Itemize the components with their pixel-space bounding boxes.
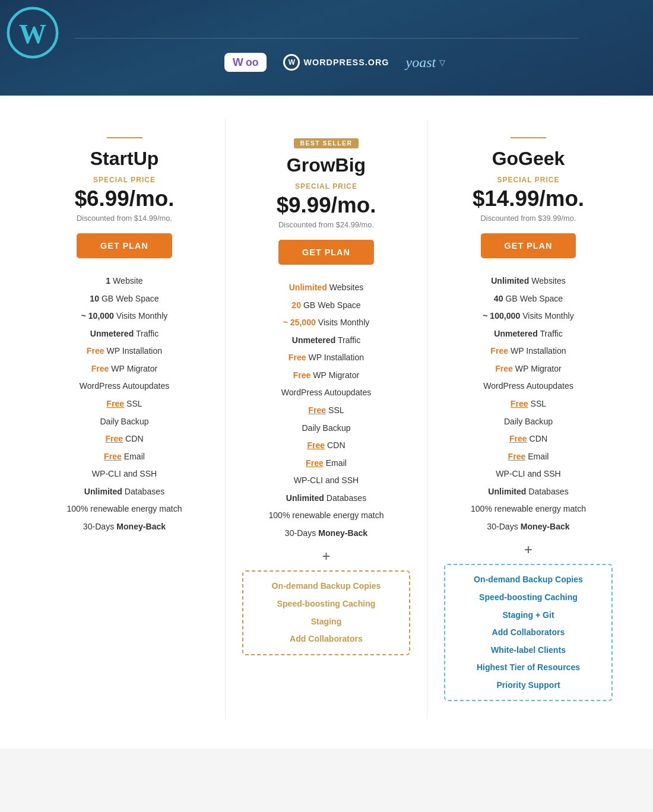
- plan-name-growbig: GrowBig: [242, 154, 410, 176]
- svg-text:W: W: [19, 19, 47, 49]
- feature-item-growbig-3: Unmetered Traffic: [242, 332, 410, 350]
- woo-partner: W oo: [224, 53, 267, 72]
- best-seller-badge-growbig: BEST SELLER: [294, 138, 358, 148]
- wp-partner-icon: W: [283, 54, 300, 71]
- feature-item-gogeek-4: Free WP Installation: [444, 342, 613, 360]
- plan-discount-startup: Discounted from $14.99/mo.: [40, 214, 208, 223]
- extras-box-growbig: On-demand Backup CopiesSpeed-boosting Ca…: [242, 570, 410, 655]
- yoast-partner: yoast ▽: [406, 55, 446, 71]
- yoast-triangle-icon: ▽: [439, 58, 445, 67]
- feature-item-growbig-13: 100% renewable energy match: [242, 507, 410, 525]
- special-price-label-growbig: SPECIAL PRICE: [242, 182, 410, 191]
- extra-item-gogeek-2: Staging + Git: [454, 607, 603, 624]
- extra-item-growbig-3: Add Collaborators: [252, 630, 401, 648]
- feature-list-startup: 1 Website10 GB Web Space~ 10,000 Visits …: [40, 272, 208, 535]
- plan-price-startup: $6.99/mo.: [40, 186, 208, 211]
- extra-item-growbig-2: Staging: [252, 613, 401, 631]
- feature-item-startup-14: 30-Days Money-Back: [40, 518, 208, 536]
- special-price-label-startup: SPECIAL PRICE: [40, 176, 208, 184]
- feature-item-gogeek-6: WordPress Autoupdates: [444, 378, 613, 395]
- plan-name-startup: StartUp: [40, 148, 208, 170]
- feature-item-growbig-6: WordPress Autoupdates: [242, 384, 410, 402]
- extra-item-gogeek-5: Highest Tier of Resources: [454, 659, 603, 677]
- get-plan-button-startup[interactable]: GET PLAN: [77, 233, 172, 258]
- plan-top-line-startup: [107, 137, 142, 138]
- extra-item-growbig-1: Speed-boosting Caching: [252, 595, 401, 613]
- feature-item-growbig-5: Free WP Migrator: [242, 367, 410, 385]
- header-divider: [75, 38, 578, 39]
- feature-item-startup-9: Free CDN: [40, 430, 208, 448]
- feature-item-gogeek-5: Free WP Migrator: [444, 360, 613, 378]
- feature-item-growbig-4: Free WP Installation: [242, 349, 410, 367]
- feature-item-growbig-14: 30-Days Money-Back: [242, 525, 410, 543]
- feature-item-gogeek-14: 30-Days Money-Back: [444, 518, 613, 536]
- extra-item-gogeek-4: White-label Clients: [454, 642, 603, 659]
- feature-item-startup-4: Free WP Installation: [40, 342, 208, 360]
- recommended-row: W oo W WORDPRESS.ORG yoast ▽: [208, 53, 445, 72]
- plan-price-gogeek: $14.99/mo.: [444, 186, 613, 211]
- feature-item-startup-5: Free WP Migrator: [40, 360, 208, 378]
- feature-item-growbig-2: ~ 25,000 Visits Monthly: [242, 314, 410, 332]
- feature-item-startup-10: Free Email: [40, 448, 208, 466]
- plan-col-gogeek: GoGeekSPECIAL PRICE$14.99/mo.Discounted …: [427, 119, 629, 719]
- feature-item-startup-7: Free SSL: [40, 395, 208, 413]
- yoast-logo: yoast: [406, 55, 436, 71]
- extra-item-gogeek-6: Priority Support: [454, 677, 603, 694]
- feature-item-startup-6: WordPress Autoupdates: [40, 378, 208, 395]
- feature-item-gogeek-12: Unlimited Databases: [444, 483, 613, 501]
- pricing-section: StartUpSPECIAL PRICE$6.99/mo.Discounted …: [0, 96, 653, 748]
- feature-item-growbig-12: Unlimited Databases: [242, 490, 410, 508]
- feature-item-gogeek-3: Unmetered Traffic: [444, 325, 613, 343]
- feature-list-gogeek: Unlimited Websites40 GB Web Space~ 100,0…: [444, 272, 613, 535]
- feature-item-startup-8: Daily Backup: [40, 413, 208, 431]
- plan-price-growbig: $9.99/mo.: [242, 193, 410, 218]
- feature-item-growbig-10: Free Email: [242, 455, 410, 472]
- feature-item-gogeek-8: Daily Backup: [444, 413, 613, 431]
- extra-item-growbig-0: On-demand Backup Copies: [252, 578, 401, 595]
- page-header: W W oo W WORDPRESS.ORG yoast ▽: [0, 0, 653, 96]
- get-plan-button-gogeek[interactable]: GET PLAN: [481, 233, 576, 258]
- feature-item-startup-12: Unlimited Databases: [40, 483, 208, 501]
- extra-item-gogeek-1: Speed-boosting Caching: [454, 589, 603, 607]
- plus-separator-growbig: +: [242, 548, 410, 564]
- feature-item-growbig-8: Daily Backup: [242, 420, 410, 437]
- wp-logo-icon: W: [6, 6, 59, 59]
- feature-item-startup-0: 1 Website: [40, 272, 208, 290]
- feature-item-growbig-1: 20 GB Web Space: [242, 297, 410, 315]
- get-plan-button-growbig[interactable]: GET PLAN: [278, 240, 374, 265]
- feature-item-growbig-7: Free SSL: [242, 402, 410, 420]
- plan-col-growbig: BEST SELLERGrowBigSPECIAL PRICE$9.99/mo.…: [226, 119, 427, 719]
- feature-item-startup-2: ~ 10,000 Visits Monthly: [40, 307, 208, 325]
- extras-box-gogeek: On-demand Backup CopiesSpeed-boosting Ca…: [444, 564, 613, 701]
- feature-item-growbig-11: WP-CLI and SSH: [242, 472, 410, 490]
- feature-item-gogeek-9: Free CDN: [444, 430, 613, 448]
- feature-item-gogeek-10: Free Email: [444, 448, 613, 466]
- special-price-label-gogeek: SPECIAL PRICE: [444, 176, 613, 184]
- extra-item-gogeek-0: On-demand Backup Copies: [454, 571, 603, 589]
- feature-item-startup-13: 100% renewable energy match: [40, 500, 208, 518]
- feature-item-startup-1: 10 GB Web Space: [40, 290, 208, 308]
- plus-separator-gogeek: +: [444, 541, 613, 558]
- feature-item-startup-11: WP-CLI and SSH: [40, 465, 208, 483]
- feature-item-growbig-9: Free CDN: [242, 437, 410, 455]
- plans-container: StartUpSPECIAL PRICE$6.99/mo.Discounted …: [12, 119, 641, 719]
- extras-list-growbig: On-demand Backup CopiesSpeed-boosting Ca…: [252, 578, 401, 648]
- feature-item-gogeek-13: 100% renewable energy match: [444, 500, 613, 518]
- feature-item-startup-3: Unmetered Traffic: [40, 325, 208, 343]
- plan-col-startup: StartUpSPECIAL PRICE$6.99/mo.Discounted …: [24, 119, 226, 719]
- feature-list-growbig: Unlimited Websites20 GB Web Space~ 25,00…: [242, 279, 410, 542]
- feature-item-gogeek-0: Unlimited Websites: [444, 272, 613, 290]
- plan-top-line-gogeek: [511, 137, 546, 138]
- extra-item-gogeek-3: Add Collaborators: [454, 624, 603, 642]
- feature-item-gogeek-2: ~ 100,000 Visits Monthly: [444, 307, 613, 325]
- feature-item-gogeek-1: 40 GB Web Space: [444, 290, 613, 308]
- wordpress-partner: W WORDPRESS.ORG: [283, 54, 389, 71]
- extras-list-gogeek: On-demand Backup CopiesSpeed-boosting Ca…: [454, 571, 603, 694]
- feature-item-gogeek-7: Free SSL: [444, 395, 613, 413]
- plan-name-gogeek: GoGeek: [444, 148, 613, 170]
- plan-discount-gogeek: Discounted from $39.99/mo.: [444, 214, 613, 223]
- feature-item-growbig-0: Unlimited Websites: [242, 279, 410, 297]
- feature-item-gogeek-11: WP-CLI and SSH: [444, 465, 613, 483]
- plan-discount-growbig: Discounted from $24.99/mo.: [242, 220, 410, 229]
